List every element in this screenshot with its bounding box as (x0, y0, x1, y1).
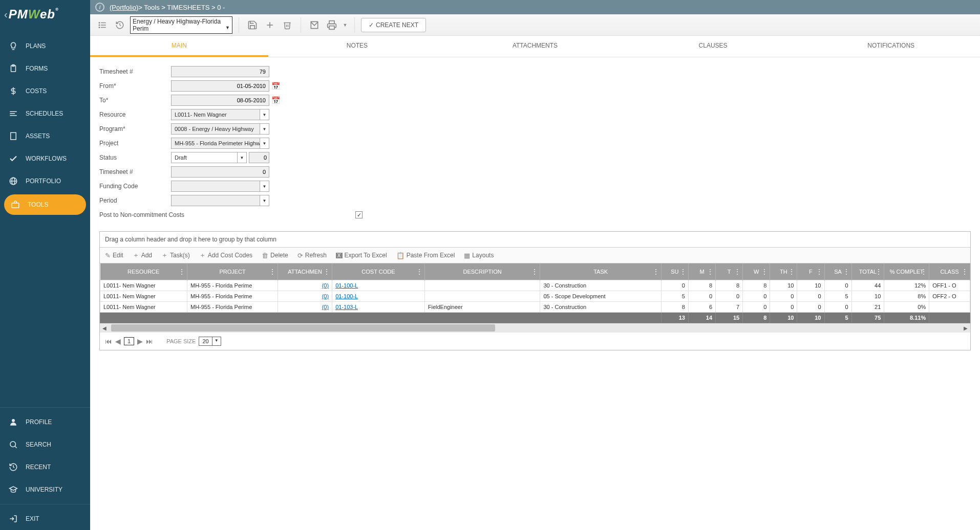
input-timesheet-no[interactable] (171, 66, 269, 77)
mail-icon[interactable] (307, 18, 322, 32)
dd-period[interactable]: ▼ (171, 195, 269, 206)
nav-item-plans[interactable]: PLANS (0, 35, 90, 57)
scroll-thumb[interactable] (111, 324, 495, 332)
col-m[interactable]: M⋮ (688, 263, 715, 280)
calendar-icon[interactable]: 📅 (271, 82, 280, 90)
chevron-down-icon[interactable]: ▼ (237, 152, 246, 163)
attachment-link[interactable]: (0) (322, 293, 329, 299)
chevron-down-icon[interactable]: ▼ (212, 337, 221, 345)
chevron-down-icon[interactable]: ▼ (260, 195, 269, 206)
col-f[interactable]: F⋮ (797, 263, 824, 280)
col-menu-icon[interactable]: ⋮ (876, 268, 882, 275)
col-task[interactable]: TASK⋮ (540, 263, 661, 280)
dd-resource[interactable]: L0011- Nem Wagner▼ (171, 109, 269, 120)
calendar-icon[interactable]: 📅 (271, 96, 280, 104)
add-icon[interactable] (263, 18, 277, 32)
input-status-num[interactable] (249, 152, 269, 163)
dd-project[interactable]: MH-955 - Florida Perimeter Highway▼ (171, 138, 269, 149)
project-selector[interactable]: Energy / Heavy Highway-Florida Perim (130, 16, 232, 34)
costcode-link[interactable]: 01-100-L (335, 293, 358, 299)
grid-add-button[interactable]: ＋Add (133, 251, 152, 260)
tab-attachments[interactable]: ATTACHMENTS (446, 36, 624, 57)
grid-group-drop[interactable]: Drag a column header and drop it here to… (100, 232, 970, 248)
col-menu-icon[interactable]: ⋮ (179, 268, 185, 275)
collapse-chevron-icon[interactable]: ‹ (4, 9, 8, 20)
print-dropdown-icon[interactable]: ▼ (342, 18, 348, 32)
col-su[interactable]: SU⋮ (661, 263, 688, 280)
dd-status[interactable]: Draft▼ (171, 152, 247, 163)
grid-layouts-button[interactable]: ▦Layouts (464, 252, 494, 259)
save-icon[interactable] (245, 18, 260, 32)
nav-item-search[interactable]: SEARCH (0, 433, 90, 456)
costcode-link[interactable]: 01-103-L (335, 304, 358, 310)
col-menu-icon[interactable]: ⋮ (962, 268, 968, 275)
col-menu-icon[interactable]: ⋮ (734, 268, 740, 275)
col-sa[interactable]: SA⋮ (824, 263, 851, 280)
grid-addcc-button[interactable]: ＋Add Cost Codes (199, 251, 252, 260)
chevron-down-icon[interactable]: ▼ (260, 109, 269, 120)
nav-item-recent[interactable]: RECENT (0, 456, 90, 478)
col-menu-icon[interactable]: ⋮ (269, 268, 275, 275)
grid-refresh-button[interactable]: ⟳Refresh (297, 252, 327, 259)
checkbox-post[interactable]: ✓ (355, 211, 363, 218)
col-resource[interactable]: RESOURCE⋮ (100, 263, 187, 280)
col-menu-icon[interactable]: ⋮ (761, 268, 768, 275)
col-total[interactable]: TOTAL⋮ (851, 263, 884, 280)
col-menu-icon[interactable]: ⋮ (816, 268, 822, 275)
col-menu-icon[interactable]: ⋮ (531, 268, 538, 275)
attachment-link[interactable]: (0) (322, 282, 329, 289)
nav-item-tools[interactable]: TOOLS (4, 194, 86, 215)
col-description[interactable]: DESCRIPTION⋮ (424, 263, 540, 280)
history-icon[interactable] (113, 18, 127, 32)
col-menu-icon[interactable]: ⋮ (653, 268, 659, 275)
breadcrumb-portfolio[interactable]: (Portfolio) (110, 4, 138, 11)
tab-main[interactable]: MAIN (90, 36, 268, 57)
pager-prev-icon[interactable]: ◀ (115, 337, 121, 345)
nav-item-assets[interactable]: ASSETS (0, 125, 90, 147)
info-icon[interactable]: i (95, 3, 104, 12)
grid-hscroll[interactable]: ◀ ▶ (100, 323, 970, 333)
col-class[interactable]: CLASS⋮ (929, 263, 970, 280)
chevron-down-icon[interactable]: ▼ (260, 138, 269, 148)
tab-clauses[interactable]: CLAUSES (624, 36, 802, 57)
table-row[interactable]: L0011- Nem WagnerMH-955 - Florida Perime… (100, 291, 970, 302)
nav-item-university[interactable]: UNIVERSITY (0, 478, 90, 501)
nav-item-exit[interactable]: EXIT (0, 507, 90, 530)
nav-item-costs[interactable]: COSTS (0, 80, 90, 102)
grid-edit-button[interactable]: ✎Edit (105, 252, 123, 259)
pager-size-select[interactable]: 20▼ (199, 337, 221, 346)
chevron-down-icon[interactable]: ▼ (260, 181, 269, 191)
nav-item-forms[interactable]: FORMS (0, 57, 90, 80)
col-attachmen[interactable]: ATTACHMEN⋮ (278, 263, 332, 280)
dd-program[interactable]: 0008 - Energy / Heavy Highway▼ (171, 123, 269, 135)
col-menu-icon[interactable]: ⋮ (416, 268, 422, 275)
pager-first-icon[interactable]: ⏮ (105, 337, 112, 345)
col-menu-icon[interactable]: ⋮ (789, 268, 795, 275)
pager-next-icon[interactable]: ▶ (137, 337, 143, 345)
col-th[interactable]: TH⋮ (770, 263, 797, 280)
col-menu-icon[interactable]: ⋮ (324, 268, 330, 275)
grid-excel-button[interactable]: XExport To Excel (336, 252, 387, 259)
col-costcode[interactable]: COST CODE⋮ (332, 263, 425, 280)
nav-item-portfolio[interactable]: PORTFOLIO (0, 170, 90, 192)
pager-last-icon[interactable]: ⏭ (146, 337, 153, 345)
costcode-link[interactable]: 01-100-L (335, 282, 358, 289)
grid-delete-button[interactable]: 🗑Delete (262, 252, 288, 259)
scroll-right-icon[interactable]: ▶ (961, 325, 970, 331)
input-to[interactable] (171, 95, 269, 106)
table-row[interactable]: L0011- Nem WagnerMH-955 - Florida Perime… (100, 280, 970, 291)
nav-item-profile[interactable]: PROFILE (0, 411, 90, 433)
tab-notifications[interactable]: NOTIFICATIONS (802, 36, 980, 57)
scroll-left-icon[interactable]: ◀ (100, 325, 109, 331)
col-menu-icon[interactable]: ⋮ (843, 268, 849, 275)
grid-tasks-button[interactable]: ＋Task(s) (161, 251, 190, 260)
grid-paste-button[interactable]: 📋Paste From Excel (396, 252, 455, 259)
col-menu-icon[interactable]: ⋮ (680, 268, 686, 275)
list-icon[interactable] (95, 18, 110, 32)
dd-funding[interactable]: ▼ (171, 181, 269, 192)
print-icon[interactable] (325, 18, 339, 32)
create-next-button[interactable]: ✓ CREATE NEXT (361, 18, 426, 32)
col-complet[interactable]: % COMPLET⋮ (884, 263, 929, 280)
col-menu-icon[interactable]: ⋮ (707, 268, 713, 275)
table-row[interactable]: L0011- Nem WagnerMH-955 - Florida Perime… (100, 302, 970, 313)
